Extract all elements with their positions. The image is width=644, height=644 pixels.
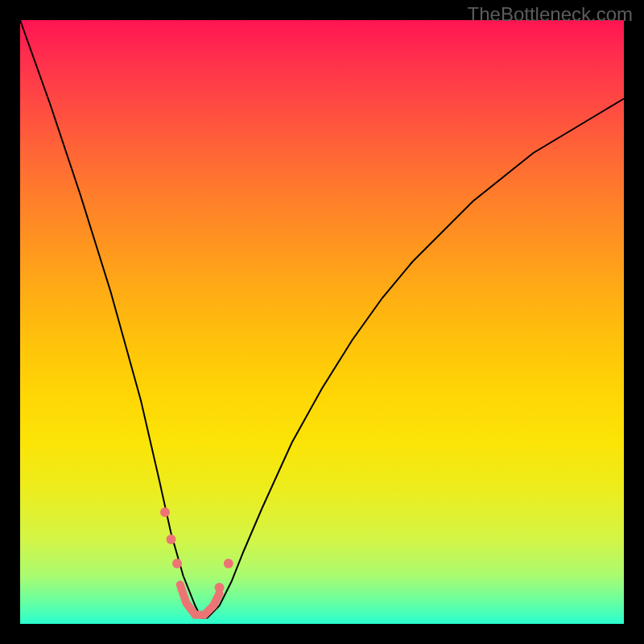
- bottom-arc: [180, 584, 220, 615]
- marker-point: [167, 535, 176, 544]
- marker-group: [160, 507, 233, 592]
- marker-point: [224, 559, 233, 568]
- chart-overlay: [20, 20, 624, 624]
- watermark-text: TheBottleneck.com: [468, 3, 633, 26]
- chart-frame: TheBottleneck.com: [0, 0, 644, 644]
- bottleneck-curve: [20, 20, 624, 618]
- marker-point: [160, 507, 170, 517]
- marker-point: [172, 559, 182, 568]
- marker-point: [215, 583, 225, 592]
